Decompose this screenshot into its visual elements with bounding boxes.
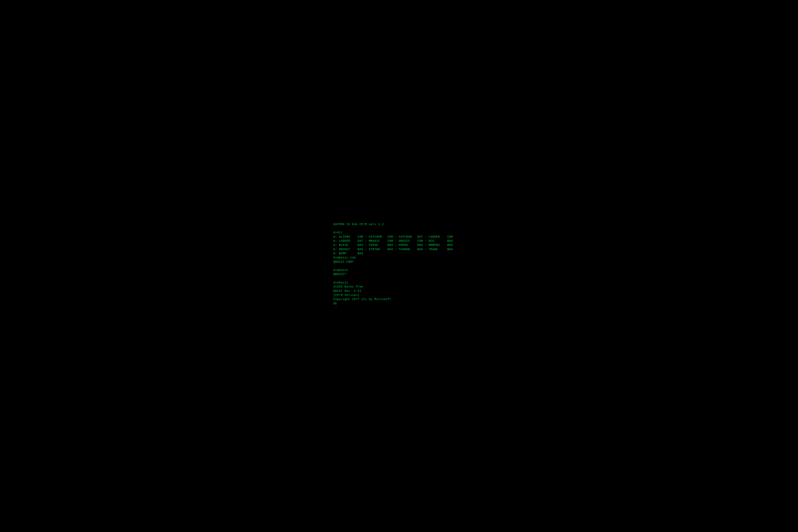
crt-screen: KAYPRO IV 64k CP/M vers 2.2 A>dir A: ALI… (0, 0, 798, 532)
terminal-text: KAYPRO IV 64k CP/M vers 2.2 A>dir A: ALI… (333, 222, 465, 310)
terminal-output: KAYPRO IV 64k CP/M vers 2.2 A>dir A: ALI… (329, 218, 469, 314)
